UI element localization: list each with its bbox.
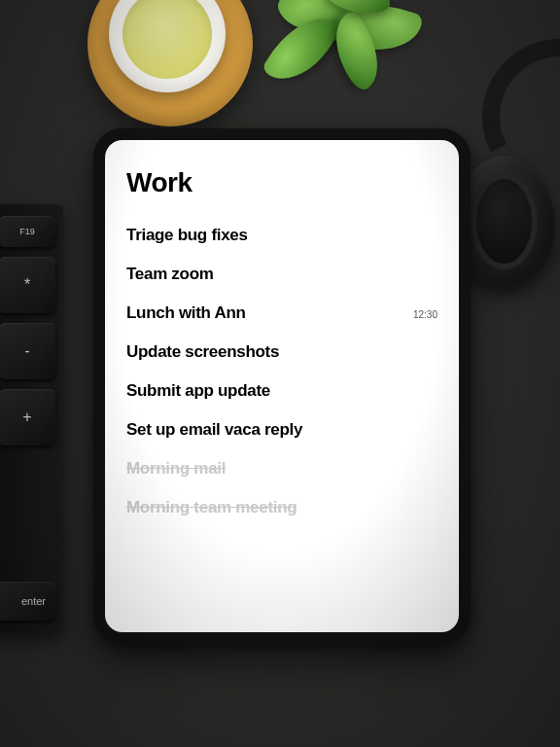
task-text: Morning team meeting: [126, 498, 297, 517]
task-row[interactable]: Submit app update: [126, 372, 438, 410]
task-text: Submit app update: [126, 381, 270, 401]
task-row[interactable]: Lunch with Ann 12:30: [126, 294, 438, 333]
tablet-screen[interactable]: Work Triage bug fixes Team zoom Lunch wi…: [105, 140, 459, 632]
task-row[interactable]: Set up email vaca reply: [126, 410, 438, 449]
task-text: Set up email vaca reply: [126, 420, 302, 440]
task-row[interactable]: Update screenshots: [126, 333, 438, 372]
tablet-device: Work Triage bug fixes Team zoom Lunch wi…: [93, 128, 471, 644]
task-text: Triage bug fixes: [126, 226, 248, 245]
task-row[interactable]: Morning team meeting: [126, 488, 438, 527]
task-row[interactable]: Team zoom: [126, 255, 438, 294]
key-minus[interactable]: -: [0, 323, 55, 379]
plant: [243, 0, 418, 126]
task-time: 12:30: [413, 309, 438, 320]
key-plus[interactable]: +: [0, 389, 55, 445]
key-asterisk[interactable]: *: [0, 257, 55, 313]
task-row[interactable]: Triage bug fixes: [126, 216, 438, 255]
task-text: Morning mail: [126, 459, 226, 479]
task-text: Team zoom: [126, 265, 214, 284]
key-enter[interactable]: enter: [0, 582, 55, 621]
task-row[interactable]: Morning mail: [126, 449, 438, 488]
list-title: Work: [126, 167, 438, 198]
keyboard: F19 * - + enter: [0, 204, 63, 632]
task-text: Lunch with Ann: [126, 303, 246, 323]
task-text: Update screenshots: [126, 342, 279, 362]
key-f19[interactable]: F19: [0, 216, 55, 247]
